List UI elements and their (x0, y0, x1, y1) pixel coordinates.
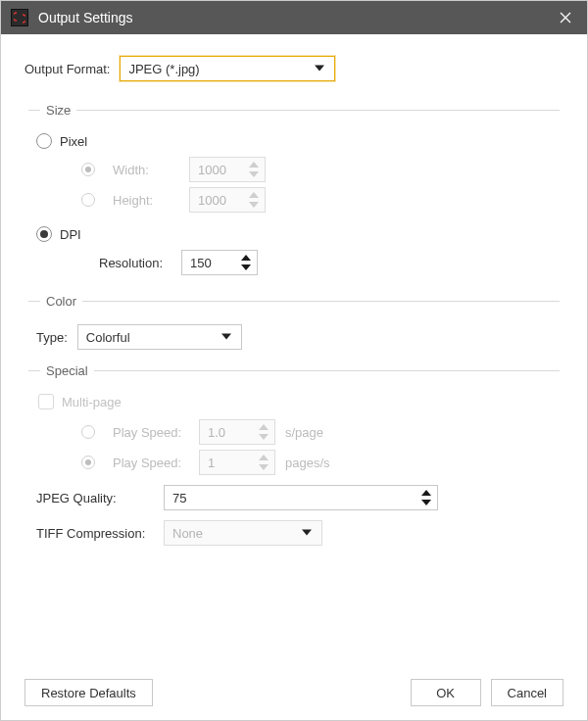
special-legend: Special (40, 363, 94, 378)
width-subradio (81, 163, 103, 176)
playspeed-a-unit: s/page (285, 425, 323, 440)
resolution-label: Resolution: (99, 256, 181, 270)
color-type-label: Type: (36, 330, 68, 345)
color-type-row: Type: Colorful (36, 324, 560, 350)
playspeed-a-spinner: 1.0 (199, 419, 275, 445)
height-value: 1000 (198, 193, 226, 208)
spinner-down-icon (257, 463, 270, 472)
width-label: Width: (113, 163, 189, 177)
jpeg-quality-spinner[interactable]: 75 (164, 485, 438, 510)
playspeed-a-label: Play Speed: (113, 425, 199, 440)
resolution-spinner[interactable]: 150 (181, 250, 258, 275)
size-legend: Size (40, 103, 76, 118)
svg-marker-10 (259, 424, 269, 430)
svg-marker-9 (221, 334, 231, 340)
svg-marker-3 (249, 162, 259, 168)
playspeed-b-unit: pages/s (285, 456, 330, 470)
playspeed-a-value: 1.0 (208, 425, 225, 440)
color-group: Color Type: Colorful (28, 294, 560, 350)
chevron-down-icon (300, 526, 314, 541)
close-button[interactable] (544, 1, 587, 34)
color-type-value: Colorful (86, 330, 130, 345)
spinner-up-icon (257, 454, 270, 462)
jpeg-quality-value: 75 (172, 491, 186, 505)
pixel-radio-label: Pixel (60, 134, 87, 149)
svg-marker-6 (249, 202, 259, 208)
height-label: Height: (113, 193, 189, 208)
playspeed-b-row: Play Speed: 1 pages/s (81, 450, 560, 475)
spinner-down-icon[interactable] (419, 499, 433, 507)
svg-marker-15 (421, 500, 431, 505)
dialog-content: Output Format: JPEG (*.jpg) Size Pixel W… (1, 34, 587, 720)
svg-marker-12 (259, 455, 269, 460)
dialog-footer: Restore Defaults OK Cancel (24, 661, 564, 706)
chevron-down-icon (313, 62, 326, 76)
svg-marker-13 (259, 464, 269, 470)
svg-marker-16 (302, 530, 312, 536)
ok-button[interactable]: OK (411, 679, 481, 706)
jpeg-quality-row: JPEG Quality: 75 (36, 485, 560, 510)
svg-marker-11 (259, 434, 269, 440)
output-format-row: Output Format: JPEG (*.jpg) (24, 56, 564, 81)
restore-defaults-button[interactable]: Restore Defaults (24, 679, 153, 706)
pixel-radio[interactable]: Pixel (36, 133, 560, 149)
svg-marker-14 (421, 490, 431, 496)
width-value: 1000 (198, 163, 226, 177)
width-spinner: 1000 (189, 157, 266, 182)
spinner-down-icon[interactable] (239, 264, 253, 272)
spinner-up-icon (257, 423, 270, 432)
svg-marker-5 (249, 192, 259, 198)
playspeed-a-row: Play Speed: 1.0 s/page (81, 419, 560, 445)
spinner-down-icon (247, 201, 261, 210)
height-spinner: 1000 (189, 187, 266, 213)
tiff-compression-label: TIFF Compression: (36, 526, 164, 541)
special-group: Special Multi-page Play Speed: 1.0 s/pa (28, 363, 560, 550)
dpi-radio[interactable]: DPI (36, 226, 560, 242)
dpi-radio-label: DPI (60, 227, 81, 242)
playspeed-b-subradio (81, 456, 103, 469)
tiff-compression-select: None (164, 520, 322, 546)
height-row: Height: 1000 (81, 187, 560, 213)
spinner-down-icon (257, 433, 270, 442)
window-title: Output Settings (38, 10, 133, 25)
tiff-compression-row: TIFF Compression: None (36, 520, 560, 546)
app-icon (11, 9, 28, 26)
multipage-checkbox (38, 394, 54, 409)
color-type-select[interactable]: Colorful (77, 324, 242, 350)
playspeed-b-label: Play Speed: (113, 456, 199, 470)
resolution-value: 150 (190, 256, 212, 270)
titlebar: Output Settings (1, 1, 587, 34)
jpeg-quality-label: JPEG Quality: (36, 491, 164, 505)
svg-marker-7 (241, 255, 251, 261)
resolution-row: Resolution: 150 (99, 250, 560, 275)
tiff-compression-value: None (172, 526, 203, 541)
multipage-row: Multi-page (38, 394, 560, 409)
close-icon (560, 12, 571, 24)
output-settings-dialog: Output Settings Output Format: JPEG (*.j… (0, 0, 588, 721)
playspeed-b-spinner: 1 (199, 450, 275, 475)
spinner-up-icon (247, 161, 261, 169)
spinner-down-icon (247, 170, 261, 179)
output-format-value: JPEG (*.jpg) (128, 62, 199, 76)
output-format-label: Output Format: (24, 62, 110, 76)
spinner-up-icon[interactable] (239, 254, 253, 263)
playspeed-a-subradio (81, 425, 103, 439)
output-format-select[interactable]: JPEG (*.jpg) (120, 56, 335, 81)
chevron-down-icon (220, 330, 233, 345)
svg-marker-8 (241, 264, 251, 270)
cancel-button[interactable]: Cancel (491, 679, 564, 706)
svg-marker-4 (249, 171, 259, 177)
spinner-up-icon (247, 191, 261, 200)
spinner-up-icon[interactable] (419, 489, 433, 498)
size-group: Size Pixel Width: 1000 (28, 103, 560, 280)
multipage-label: Multi-page (62, 395, 122, 409)
playspeed-b-value: 1 (208, 456, 215, 470)
width-row: Width: 1000 (81, 157, 560, 182)
height-subradio (81, 193, 103, 207)
svg-marker-2 (315, 66, 324, 72)
color-legend: Color (40, 294, 82, 309)
